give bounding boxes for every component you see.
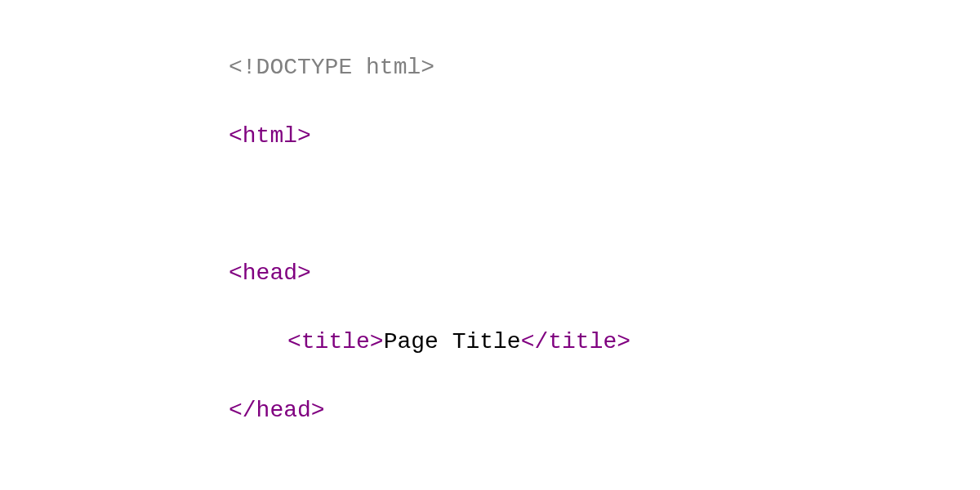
html-open-line: <html>: [229, 119, 980, 154]
doctype-open: <!: [229, 55, 256, 80]
head-open-line: <head>: [229, 256, 980, 291]
doctype-close: >: [421, 55, 434, 80]
blank-line-2: [229, 462, 980, 490]
head-close-line: </head>: [229, 394, 980, 428]
code-snippet: <!DOCTYPE html> <html> <head> <title>Pag…: [0, 0, 980, 490]
doctype-text: DOCTYPE html: [256, 55, 421, 80]
title-line: <title>Page Title</title>: [229, 325, 980, 359]
head-open-tag: <head>: [229, 261, 311, 286]
title-open-tag: <title>: [287, 329, 384, 354]
title-content: Page Title: [384, 329, 521, 354]
html-open-tag: <html>: [229, 123, 311, 149]
head-close-tag: </head>: [229, 398, 325, 423]
title-close-tag: </title>: [521, 329, 630, 354]
doctype-line: <!DOCTYPE html>: [229, 51, 980, 85]
blank-line-1: [229, 188, 980, 222]
